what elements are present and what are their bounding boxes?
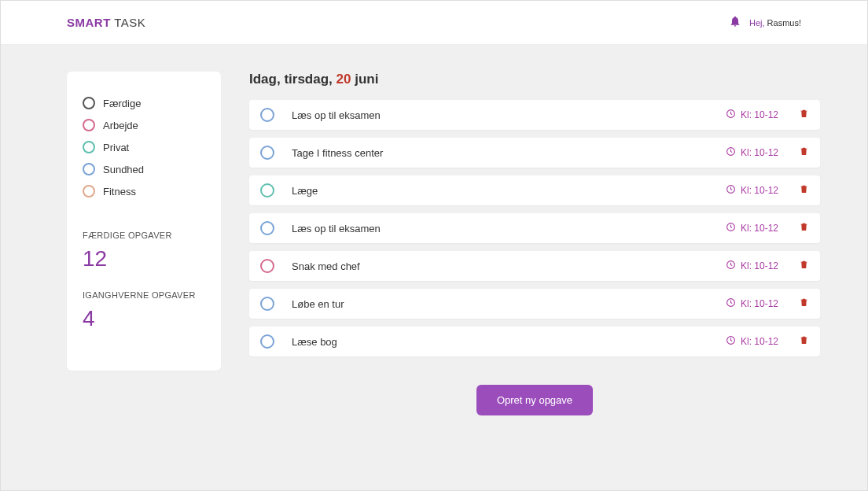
task-time-text: Kl: 10-12 xyxy=(741,336,778,347)
category-label: Privat xyxy=(103,142,129,153)
task-time: Kl: 10-12 xyxy=(726,297,778,310)
category-circle-icon xyxy=(83,185,95,198)
task-list: Læs op til eksamenKl: 10-12Tage I fitnes… xyxy=(249,100,820,356)
stats-block: FÆRDIGE OPGAVER12 xyxy=(83,231,205,271)
category-label: Sundhed xyxy=(103,164,144,175)
task-row: LægeKl: 10-12 xyxy=(249,175,820,205)
stats-block: IGANGHVERNE OPGAVER4 xyxy=(83,290,205,331)
task-time: Kl: 10-12 xyxy=(726,146,778,159)
create-task-button[interactable]: Opret ny opgave xyxy=(476,385,593,415)
category-item[interactable]: Privat xyxy=(83,136,205,158)
category-item[interactable]: Arbejde xyxy=(83,114,205,136)
task-checkbox[interactable] xyxy=(260,221,274,235)
task-time: Kl: 10-12 xyxy=(726,260,778,272)
clock-icon xyxy=(726,222,736,234)
category-item[interactable]: Fitness xyxy=(83,180,205,202)
date-num: 20 xyxy=(337,72,351,87)
date-title: Idag, tirsdag, 20 juni xyxy=(249,72,820,87)
category-label: Arbejde xyxy=(103,120,138,131)
category-label: Fitness xyxy=(103,186,136,198)
user-area: Hej, Rasmus! xyxy=(729,15,801,31)
task-row: Læse bogKl: 10-12 xyxy=(249,327,820,356)
stats: FÆRDIGE OPGAVER12IGANGHVERNE OPGAVER4 xyxy=(83,231,205,331)
clock-icon xyxy=(726,260,736,272)
logo-light: TASK xyxy=(111,16,145,29)
main: Idag, tirsdag, 20 juni Læs op til eksame… xyxy=(249,72,820,415)
trash-icon[interactable] xyxy=(799,334,809,349)
date-suffix: juni xyxy=(351,72,378,87)
task-title: Tage I fitness center xyxy=(292,147,726,159)
greeting-name: Rasmus! xyxy=(767,18,801,28)
clock-icon xyxy=(726,109,736,121)
trash-icon[interactable] xyxy=(799,297,809,311)
clock-icon xyxy=(726,297,736,310)
task-title: Læs op til eksamen xyxy=(292,223,726,234)
task-time: Kl: 10-12 xyxy=(726,222,778,234)
category-list: FærdigeArbejdePrivatSundhedFitness xyxy=(83,92,205,202)
logo: SMART TASK xyxy=(67,16,145,29)
task-time: Kl: 10-12 xyxy=(726,109,778,121)
task-title: Snak med chef xyxy=(292,260,726,272)
task-checkbox[interactable] xyxy=(260,334,274,349)
task-time-text: Kl: 10-12 xyxy=(741,147,778,158)
category-circle-icon xyxy=(83,119,95,131)
sidebar: FærdigeArbejdePrivatSundhedFitness FÆRDI… xyxy=(67,72,221,371)
task-time-text: Kl: 10-12 xyxy=(741,298,778,309)
category-circle-icon xyxy=(83,141,95,153)
logo-strong: SMART xyxy=(67,16,111,29)
stats-value: 4 xyxy=(83,306,205,331)
task-row: Læs op til eksamenKl: 10-12 xyxy=(249,213,820,243)
stats-label: FÆRDIGE OPGAVER xyxy=(83,231,205,240)
task-row: Snak med chefKl: 10-12 xyxy=(249,251,820,281)
category-label: Færdige xyxy=(103,98,141,109)
task-row: Løbe en turKl: 10-12 xyxy=(249,289,820,319)
task-time-text: Kl: 10-12 xyxy=(741,185,778,196)
stats-value: 12 xyxy=(83,246,205,271)
stats-label: IGANGHVERNE OPGAVER xyxy=(83,290,205,300)
task-title: Læge xyxy=(292,185,726,197)
task-row: Læs op til eksamenKl: 10-12 xyxy=(249,100,820,130)
task-checkbox[interactable] xyxy=(260,259,274,273)
task-checkbox[interactable] xyxy=(260,297,274,311)
task-time: Kl: 10-12 xyxy=(726,335,778,348)
task-title: Løbe en tur xyxy=(292,298,726,310)
task-title: Læs op til eksamen xyxy=(292,109,726,121)
category-circle-icon xyxy=(83,163,95,175)
greeting: Hej, Rasmus! xyxy=(749,18,801,28)
trash-icon[interactable] xyxy=(799,221,809,235)
content: FærdigeArbejdePrivatSundhedFitness FÆRDI… xyxy=(1,45,867,415)
trash-icon[interactable] xyxy=(799,259,809,273)
task-checkbox[interactable] xyxy=(260,108,274,122)
clock-icon xyxy=(726,184,736,197)
trash-icon[interactable] xyxy=(799,146,809,160)
trash-icon[interactable] xyxy=(799,183,809,198)
clock-icon xyxy=(726,146,736,159)
task-time-text: Kl: 10-12 xyxy=(741,223,778,234)
date-prefix: Idag, tirsdag, xyxy=(249,72,337,87)
topbar: SMART TASK Hej, Rasmus! xyxy=(1,1,867,45)
greeting-prefix: Hej, xyxy=(749,18,767,28)
clock-icon xyxy=(726,335,736,348)
task-checkbox[interactable] xyxy=(260,183,274,198)
task-row: Tage I fitness centerKl: 10-12 xyxy=(249,138,820,168)
task-checkbox[interactable] xyxy=(260,146,274,160)
trash-icon[interactable] xyxy=(799,108,809,122)
category-item[interactable]: Færdige xyxy=(83,92,205,114)
task-time-text: Kl: 10-12 xyxy=(741,260,778,271)
task-time-text: Kl: 10-12 xyxy=(741,109,778,120)
task-time: Kl: 10-12 xyxy=(726,184,778,197)
task-title: Læse bog xyxy=(292,336,726,348)
bell-icon[interactable] xyxy=(729,15,741,31)
category-item[interactable]: Sundhed xyxy=(83,158,205,180)
create-button-wrap: Opret ny opgave xyxy=(249,385,820,415)
category-circle-icon xyxy=(83,97,95,109)
